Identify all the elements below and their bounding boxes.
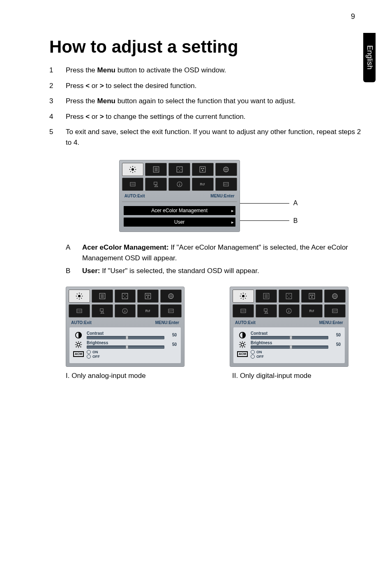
auto-exit-label: AUTO:Exit	[125, 194, 145, 198]
step-4: 4 Press < or > to change the settings of…	[49, 111, 367, 122]
move-arrows-icon[interactable]	[168, 163, 190, 176]
sun-outline-icon	[238, 341, 247, 349]
contrast-slider[interactable]: Contrast	[87, 331, 164, 339]
contrast-row: Contrast 50	[74, 331, 177, 339]
svg-point-47	[148, 296, 149, 297]
brightness-sun-icon[interactable]	[233, 290, 254, 303]
slider-track[interactable]	[251, 345, 328, 349]
legend-text: User: If "User" is selected, the standar…	[82, 266, 259, 276]
user-row[interactable]: User ▸	[124, 218, 235, 227]
reset-icon[interactable]: R↺	[137, 304, 159, 317]
off-label: OFF	[92, 354, 100, 359]
step-3: 3 Press the Menu button again to select …	[49, 96, 367, 107]
svg-rect-93	[264, 308, 267, 311]
language-side-tab: English	[363, 33, 376, 82]
exit-icon[interactable]: EXIT	[215, 178, 237, 191]
svg-rect-44	[145, 293, 151, 299]
exit-icon[interactable]: EXIT	[324, 304, 346, 317]
rgb-dots-icon[interactable]	[192, 163, 214, 176]
svg-line-66	[76, 342, 77, 343]
svg-line-68	[76, 346, 77, 347]
svg-line-38	[81, 294, 82, 294]
radio-off[interactable]	[87, 354, 91, 359]
osd-icon[interactable]: OSD	[69, 304, 90, 317]
globe-icon[interactable]	[324, 290, 346, 303]
acm-onoff[interactable]: ON OFF	[87, 350, 100, 359]
page-number: 9	[351, 12, 355, 21]
svg-point-87	[311, 296, 313, 297]
brightness-sun-icon[interactable]	[69, 290, 90, 303]
step-number: 1	[49, 65, 66, 76]
acm-icon: ACM	[238, 350, 247, 358]
brightness-slider[interactable]: Brightness	[251, 341, 328, 349]
svg-line-69	[81, 342, 81, 343]
info-icon[interactable]	[279, 304, 300, 317]
ecolor-management-row[interactable]: Acer eColor Management ▸	[124, 206, 235, 215]
reset-icon[interactable]: R↺	[301, 304, 323, 317]
legend-letter: B	[66, 266, 82, 276]
menu-lines-icon[interactable]	[145, 163, 167, 176]
radio-on[interactable]	[87, 350, 91, 354]
move-arrows-icon[interactable]	[279, 290, 300, 303]
osd-icon[interactable]: OSD	[233, 304, 254, 317]
radio-on[interactable]	[251, 350, 255, 354]
menu-lines-icon[interactable]	[92, 290, 113, 303]
svg-point-15	[201, 168, 203, 169]
acm-onoff[interactable]: ON OFF	[251, 350, 264, 359]
svg-line-106	[240, 342, 241, 343]
globe-icon[interactable]	[160, 290, 182, 303]
svg-point-16	[203, 168, 204, 169]
contrast-label: Contrast	[251, 331, 328, 336]
page-title: How to adjust a setting	[49, 37, 367, 57]
svg-line-6	[135, 171, 136, 172]
slider-track[interactable]	[251, 336, 328, 339]
radio-off[interactable]	[251, 354, 255, 359]
menu-lines-icon[interactable]	[256, 290, 277, 303]
signal-icon[interactable]	[92, 304, 113, 317]
svg-line-109	[244, 342, 245, 343]
svg-point-46	[148, 294, 150, 296]
step-text: Press < or > to select the desired funct…	[66, 81, 196, 91]
brightness-slider[interactable]: Brightness	[87, 341, 164, 349]
info-icon[interactable]	[115, 304, 136, 317]
rgb-dots-icon[interactable]	[301, 290, 323, 303]
svg-rect-14	[200, 167, 206, 172]
svg-point-61	[77, 343, 80, 346]
slider-track[interactable]	[87, 336, 164, 339]
two-osd-panels: OSD R↺ EXIT AUTO:Exit MENU:Enter Contras…	[66, 287, 367, 367]
globe-icon[interactable]	[215, 163, 237, 176]
osd-analog-panel: OSD R↺ EXIT AUTO:Exit MENU:Enter Contras…	[66, 287, 184, 367]
exit-icon[interactable]: EXIT	[160, 304, 182, 317]
osd-icon[interactable]: OSD	[122, 178, 144, 191]
svg-point-45	[147, 294, 148, 296]
contrast-slider[interactable]: Contrast	[251, 331, 328, 339]
caption-digital: II. Only digital-input mode	[232, 372, 345, 380]
ecolor-management-label: Acer eColor Management	[127, 208, 232, 213]
signal-icon[interactable]	[256, 304, 277, 317]
off-label: OFF	[256, 354, 264, 359]
reset-icon[interactable]: R↺	[192, 178, 214, 191]
svg-point-101	[241, 343, 244, 346]
osd-divider	[122, 202, 237, 202]
svg-point-25	[179, 183, 180, 183]
move-arrows-icon[interactable]	[115, 290, 136, 303]
svg-point-17	[202, 170, 203, 171]
info-icon[interactable]	[168, 178, 190, 191]
svg-text:R↺: R↺	[309, 309, 315, 313]
contrast-value: 50	[332, 333, 341, 337]
brightness-label: Brightness	[87, 341, 164, 345]
arrow-right-icon: ▸	[231, 220, 234, 225]
slider-track[interactable]	[87, 345, 164, 349]
rgb-dots-icon[interactable]	[137, 290, 159, 303]
acm-row: ACM ON OFF	[238, 350, 341, 359]
legend-a: A Acer eColor Management: If "Acer eColo…	[66, 242, 367, 263]
brightness-sun-icon[interactable]	[122, 163, 144, 176]
signal-icon[interactable]	[145, 178, 167, 191]
osd-tab-row-1	[233, 290, 346, 303]
svg-line-37	[77, 298, 78, 299]
callout-a: A	[240, 199, 298, 207]
osd-digital-panel: OSD R↺ EXIT AUTO:Exit MENU:Enter Contras…	[230, 287, 348, 367]
legend-letter: A	[66, 242, 82, 263]
center-osd-figure: OSD R↺ EXIT AUTO:Exit	[49, 160, 367, 232]
svg-point-85	[311, 294, 312, 296]
